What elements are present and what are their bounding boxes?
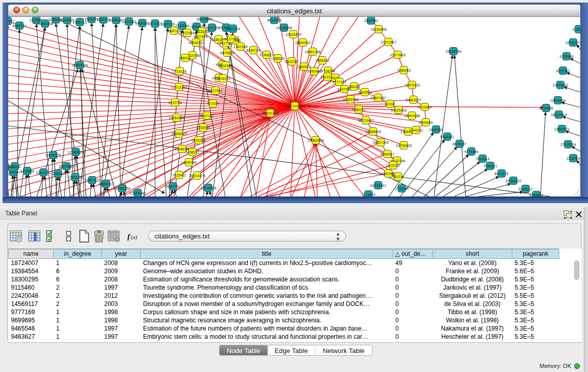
svg-text:13692971: 13692971 xyxy=(554,127,570,131)
svg-text:26053346: 26053346 xyxy=(72,63,88,67)
svg-text:1362615: 1362615 xyxy=(297,65,311,69)
svg-text:9129966: 9129966 xyxy=(559,55,573,58)
svg-text:8938921: 8938921 xyxy=(440,135,454,139)
svg-text:10973493: 10973493 xyxy=(389,53,405,57)
svg-text:1116753: 1116753 xyxy=(567,157,580,160)
svg-text:7632621: 7632621 xyxy=(483,164,497,168)
svg-text:f: f xyxy=(127,232,131,240)
svg-text:16782759: 16782759 xyxy=(114,187,130,190)
svg-text:3267110: 3267110 xyxy=(200,114,214,118)
svg-text:18640910: 18640910 xyxy=(295,41,311,45)
svg-text:19218506: 19218506 xyxy=(276,26,292,30)
svg-text:16961758: 16961758 xyxy=(304,50,320,54)
svg-text:9245012: 9245012 xyxy=(518,187,532,191)
svg-text:6679197: 6679197 xyxy=(452,142,466,146)
svg-text:10025433: 10025433 xyxy=(390,108,406,112)
svg-text:19384554: 19384554 xyxy=(308,139,323,142)
svg-text:1605577: 1605577 xyxy=(8,19,15,23)
svg-text:16210643: 16210643 xyxy=(551,113,567,117)
svg-text:12323446: 12323446 xyxy=(129,191,145,195)
svg-text:1173524: 1173524 xyxy=(362,193,376,196)
svg-text:1527602: 1527602 xyxy=(122,20,136,24)
svg-text:7357224: 7357224 xyxy=(226,27,239,31)
svg-text:39154: 39154 xyxy=(8,170,18,174)
svg-text:19756928: 19756928 xyxy=(396,144,411,147)
svg-text:9242848: 9242848 xyxy=(219,64,232,68)
svg-text:9657791: 9657791 xyxy=(166,185,180,188)
svg-text:7986322: 7986322 xyxy=(352,108,365,112)
svg-text:15720407: 15720407 xyxy=(358,119,374,122)
svg-text:17359924: 17359924 xyxy=(68,150,83,154)
svg-text:2367608: 2367608 xyxy=(233,45,247,49)
svg-text:8427552: 8427552 xyxy=(208,89,222,93)
svg-text:6466160: 6466160 xyxy=(135,21,149,25)
svg-text:10054122: 10054122 xyxy=(505,179,521,183)
svg-text:10671355: 10671355 xyxy=(204,26,220,30)
svg-text:18807249: 18807249 xyxy=(373,141,388,144)
svg-text:1640954: 1640954 xyxy=(429,128,443,132)
svg-text:17016504: 17016504 xyxy=(560,143,576,146)
svg-text:2687682: 2687682 xyxy=(364,19,378,23)
svg-text:8164205: 8164205 xyxy=(60,18,74,22)
svg-text:9245652: 9245652 xyxy=(529,193,543,197)
svg-text:15716485: 15716485 xyxy=(200,186,216,190)
svg-text:16914479: 16914479 xyxy=(189,174,205,178)
svg-text:535061: 535061 xyxy=(9,165,20,168)
svg-text:16154808: 16154808 xyxy=(371,28,386,31)
svg-text:12093832: 12093832 xyxy=(552,83,568,87)
svg-text:1145194: 1145194 xyxy=(51,172,65,176)
svg-text:16033809: 16033809 xyxy=(196,17,212,21)
svg-text:1733426: 1733426 xyxy=(395,187,408,190)
svg-text:2055713: 2055713 xyxy=(73,20,86,24)
svg-text:19463627: 19463627 xyxy=(405,98,421,102)
svg-text:2718126: 2718126 xyxy=(172,70,186,73)
svg-text:13975115: 13975115 xyxy=(404,83,420,87)
svg-text:7485063: 7485063 xyxy=(397,69,410,72)
svg-text:6794028: 6794028 xyxy=(321,69,335,73)
svg-text:9146821: 9146821 xyxy=(259,53,273,57)
svg-text:98901: 98901 xyxy=(180,56,190,60)
svg-text:1010755: 1010755 xyxy=(168,101,182,104)
svg-text:1449231: 1449231 xyxy=(409,128,423,132)
svg-text:7955812: 7955812 xyxy=(315,59,329,62)
svg-text:12942737: 12942737 xyxy=(35,171,51,174)
svg-text:9084067: 9084067 xyxy=(380,152,394,156)
svg-text:12444193: 12444193 xyxy=(550,99,565,102)
svg-text:20206576: 20206576 xyxy=(45,154,61,157)
svg-text:10807487: 10807487 xyxy=(370,96,386,100)
svg-text:19654985: 19654985 xyxy=(168,116,184,120)
svg-text:8990448: 8990448 xyxy=(307,70,321,73)
svg-text:16543362: 16543362 xyxy=(188,41,204,45)
svg-text:12325419: 12325419 xyxy=(285,33,301,36)
svg-text:19957858: 19957858 xyxy=(404,114,420,118)
svg-text:1067135: 1067135 xyxy=(161,23,175,26)
svg-text:8912954: 8912954 xyxy=(180,31,194,35)
svg-text:12213967: 12213967 xyxy=(380,40,396,44)
svg-text:8660124: 8660124 xyxy=(167,29,181,33)
svg-text:25300203: 25300203 xyxy=(262,112,278,115)
svg-text:62160: 62160 xyxy=(385,102,395,106)
svg-text:(x): (x) xyxy=(131,234,138,240)
svg-text:18724007: 18724007 xyxy=(287,104,302,108)
svg-text:7625402: 7625402 xyxy=(172,173,186,177)
svg-text:5875685: 5875685 xyxy=(220,51,234,55)
svg-text:8471676: 8471676 xyxy=(494,172,508,176)
svg-text:3624554: 3624554 xyxy=(358,91,372,94)
svg-text:14136141: 14136141 xyxy=(370,184,386,187)
svg-text:252214: 252214 xyxy=(392,175,404,179)
svg-text:9227342: 9227342 xyxy=(556,69,570,73)
svg-text:12505135: 12505135 xyxy=(67,176,83,179)
svg-text:1588520: 1588520 xyxy=(271,57,285,60)
svg-text:1353594: 1353594 xyxy=(196,126,210,129)
svg-text:9327508: 9327508 xyxy=(193,35,207,38)
svg-text:9127508: 9127508 xyxy=(224,37,238,41)
svg-text:16648784: 16648784 xyxy=(445,50,461,53)
svg-text:15751074: 15751074 xyxy=(565,41,580,45)
svg-text:1071915: 1071915 xyxy=(148,22,162,26)
svg-text:17957223: 17957223 xyxy=(84,179,100,182)
svg-text:1112075: 1112075 xyxy=(572,28,580,31)
svg-text:7515546: 7515546 xyxy=(175,24,189,28)
svg-text:8454749: 8454749 xyxy=(246,49,260,52)
svg-text:19166825: 19166825 xyxy=(171,132,187,136)
svg-text:9474444: 9474444 xyxy=(464,150,478,154)
